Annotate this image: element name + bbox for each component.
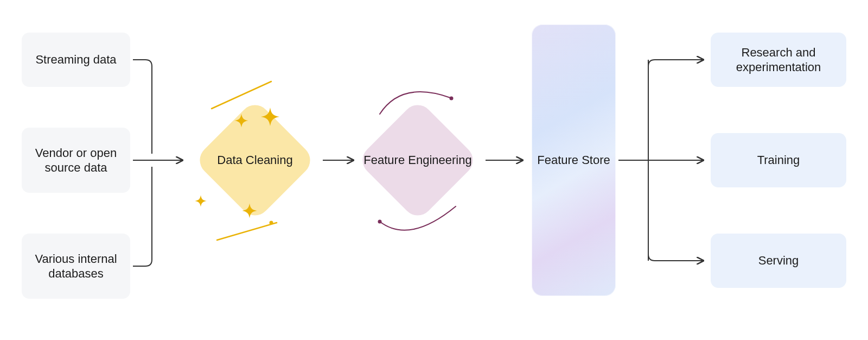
source-label: Vendor or open source data	[29, 146, 123, 175]
output-research-experimentation: Research and experimentation	[711, 33, 846, 87]
output-training: Training	[711, 133, 846, 187]
connector-outputs-split	[618, 60, 703, 261]
decoration-fe-dot	[378, 220, 382, 224]
decoration-dc-dot	[270, 221, 273, 225]
decoration-fe-dot	[450, 97, 454, 100]
source-label: Streaming data	[35, 52, 116, 67]
source-internal-databases: Various internal databases	[22, 234, 130, 299]
stage-data-cleaning: Data Cleaning	[195, 100, 315, 220]
pipeline-diagram: Streaming data Vendor or open source dat…	[0, 0, 868, 340]
output-label: Training	[757, 153, 800, 168]
stage-label: Feature Store	[537, 153, 610, 168]
stage-feature-engineering: Feature Engineering	[358, 100, 477, 220]
source-vendor-open-source: Vendor or open source data	[22, 128, 130, 193]
source-streaming-data: Streaming data	[22, 33, 130, 87]
stage-label: Data Cleaning	[217, 153, 292, 168]
output-label: Research and experimentation	[718, 45, 839, 75]
stage-label: Feature Engineering	[363, 153, 471, 168]
stage-feature-store: Feature Store	[532, 24, 616, 296]
output-serving: Serving	[711, 234, 846, 288]
source-label: Various internal databases	[29, 251, 123, 281]
svg-line-5	[217, 223, 277, 240]
output-label: Serving	[758, 253, 799, 268]
connector-sources-merge	[133, 60, 182, 266]
